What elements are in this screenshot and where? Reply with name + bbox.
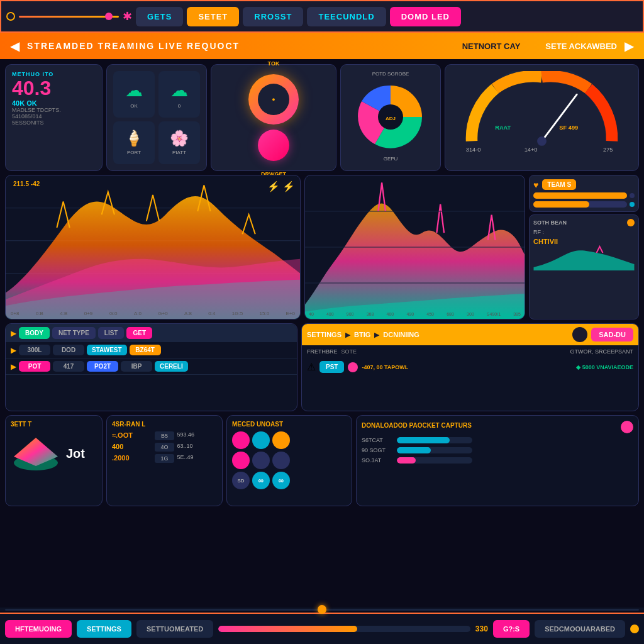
main-content: METHUO ITO 40.3 40K OK MADLSE TDCPTS. 54… xyxy=(0,59,644,511)
pst-button[interactable]: PST xyxy=(319,361,344,373)
footer-btn-g[interactable]: G?:S xyxy=(493,620,530,638)
table-btn-get[interactable]: GET xyxy=(126,327,152,339)
flower-icon: 🌸 xyxy=(170,130,189,147)
table-btn-list[interactable]: LIST xyxy=(98,327,125,339)
settings-row-1: FRETHBRE SOTE GTWOR, SRCEEPSANT xyxy=(302,345,638,358)
second-bar-mid: NETNORT CAY xyxy=(462,42,521,51)
footer-btn-sedcmou[interactable]: SEDCMOOUARABED xyxy=(535,620,625,638)
soth-bean-label: SOTH BEAN xyxy=(533,219,567,226)
prog-fill-1 xyxy=(397,437,450,443)
pie-jot-row: Jot xyxy=(11,431,97,475)
nav-slider-line[interactable] xyxy=(19,16,119,18)
numpad: SD ∞ ∞ xyxy=(232,431,290,489)
arrow-right-2: ▶ xyxy=(374,331,379,339)
right-side-panel: ♥ TEAM S xyxy=(529,175,639,319)
pie-label2: GEPU xyxy=(384,156,398,162)
table-btn-nettype[interactable]: NET TYPE xyxy=(52,327,96,339)
chart-right-container: 40 400 900 368 400 490 450 680 300 S490/… xyxy=(304,175,639,319)
table-body-row-1: ▶ 300L DOD STAWEST BZ64T xyxy=(6,342,297,358)
nav-btn-gets[interactable]: GETS xyxy=(136,7,183,26)
second-bar: ◀ STREAMDED TREAMING LIVE REQUOCT NETNOR… xyxy=(0,33,644,59)
data-val-3c: 5E..49 xyxy=(177,454,217,463)
progress-dot xyxy=(621,421,633,433)
table-btn-body[interactable]: BODY xyxy=(19,327,50,339)
stat-sub: 40K OK xyxy=(12,99,96,107)
prog-label-2: 90 SOGT xyxy=(362,447,393,453)
data-val-1a: ≈.OOT xyxy=(112,431,152,440)
bottom-panel-pie: 3ETT T Jot xyxy=(5,415,103,506)
second-bar-title: STREAMDED TREAMING LIVE REQUOCT xyxy=(27,41,437,51)
footer-progress-fill xyxy=(218,626,357,632)
numpad-btn-5[interactable] xyxy=(252,452,270,469)
numpad-btn-inf2[interactable]: ∞ xyxy=(272,472,290,489)
data-val-3a: .2000 xyxy=(112,454,152,463)
numpad-btn-1[interactable] xyxy=(232,431,250,449)
stat-card-metrics: METHUO ITO 40.3 40K OK MADLSE TDCPTS. 54… xyxy=(5,64,103,171)
numpad-btn-2[interactable] xyxy=(252,431,270,449)
lightning-icon-2: ⚡ xyxy=(282,180,295,192)
slider-dot-1 xyxy=(630,193,635,198)
main-knob[interactable]: ● xyxy=(248,74,299,125)
next-arrow-icon[interactable]: ▶ xyxy=(625,38,634,53)
gauge-svg: 314-0 14+0 275 RAAT SF 499 xyxy=(452,71,632,153)
icon-grid: ☁ OK ☁ 0 🍦 PORT 🌸 PIATT xyxy=(113,71,200,164)
data-val-3b: 1G xyxy=(155,454,175,463)
gtwor-label: GTWOR, SRCEEPSANT xyxy=(570,348,633,355)
nav-slider-area: ✱ xyxy=(6,9,132,23)
numpad-btn-4[interactable] xyxy=(232,452,250,469)
numpad-btn-3[interactable] xyxy=(272,431,290,449)
settings-dot[interactable] xyxy=(572,327,587,342)
pst-dot xyxy=(348,362,358,372)
data-row-2: 400 4O 63..10 xyxy=(112,443,217,452)
icon-label-ok: OK xyxy=(130,103,138,109)
data-row-3: .2000 1G 5E..49 xyxy=(112,454,217,463)
asterisk-icon: ✱ xyxy=(123,9,132,23)
prog-track-3 xyxy=(397,457,472,464)
top-nav: ✱ GETS SETET RROSST TEECUNDLD DOMD LED xyxy=(0,0,644,33)
sad-du-button[interactable]: SAD-DU xyxy=(591,328,633,341)
footer-value: 330 xyxy=(475,625,488,633)
icon-box-cloud1: ☁ OK xyxy=(113,71,155,118)
bottom-slider-track[interactable] xyxy=(5,609,639,611)
slider-fill-1[interactable] xyxy=(533,192,627,199)
nav-slider-thumb[interactable] xyxy=(105,13,113,20)
slider-panel: ♥ TEAM S xyxy=(529,175,639,212)
icon-label-piatt: PIATT xyxy=(172,150,186,155)
nav-btn-teecundld[interactable]: TEECUNDLD xyxy=(307,7,386,26)
slider-fill-2 xyxy=(533,201,589,208)
slider-track-2[interactable] xyxy=(533,201,627,208)
footer-btn-settuomeated[interactable]: SETTUOMEATED xyxy=(136,620,213,638)
icon-box-ice: 🍦 PORT xyxy=(113,121,155,165)
cell-ibp: IBP xyxy=(121,361,152,372)
numpad-btn-inf1[interactable]: ∞ xyxy=(252,472,270,489)
rf-label: RF : xyxy=(533,229,635,235)
bottom-panel-data: 4SR-RAN L ≈.OOT B5 593.46 400 4O 63..10 … xyxy=(106,415,223,506)
warning-icon: ⚠ xyxy=(307,361,316,373)
prev-arrow-icon[interactable]: ◀ xyxy=(10,38,19,53)
small-knob[interactable] xyxy=(258,130,289,161)
footer-btn-hftemuoing[interactable]: HFTEMUOING xyxy=(5,620,72,638)
footer-btn-settings[interactable]: SETTINGS xyxy=(77,620,131,638)
status-dot-orange xyxy=(627,219,635,226)
frethbre-label: FRETHBRE xyxy=(307,348,338,355)
knob-group: ● xyxy=(248,74,299,161)
numpad-btn-6[interactable] xyxy=(272,452,290,469)
nav-btn-domdled[interactable]: DOMD LED xyxy=(390,7,461,26)
table-body-row-2: ▶ POT 417 PO2T IBP CERELI xyxy=(6,358,297,375)
footer-bar: HFTEMUOING SETTINGS SETTUOMEATED 330 G?:… xyxy=(0,613,644,644)
bottom-slider-thumb[interactable] xyxy=(318,605,326,614)
prog-label-1: S6TCAT xyxy=(362,437,393,443)
info-header: SOTH BEAN xyxy=(533,219,635,226)
slider-row-2 xyxy=(533,201,635,208)
nav-btn-rrosst[interactable]: RROSST xyxy=(243,7,303,26)
slider-row-1 xyxy=(533,192,635,199)
lightning-icon-1: ⚡ xyxy=(267,180,280,192)
stat-card-knob: TOK ● DRWGET xyxy=(211,64,336,171)
numpad-btn-sd[interactable]: SD xyxy=(232,472,250,489)
cell-stawest: STAWEST xyxy=(87,345,127,355)
sote-label: SOTE xyxy=(341,348,567,355)
table-left: ▶ BODY NET TYPE LIST GET ▶ 300L DOD STAW… xyxy=(5,323,297,411)
bottom-title-2: 4SR-RAN L xyxy=(112,421,217,428)
footer-progress-bar[interactable] xyxy=(218,626,470,632)
nav-btn-setet[interactable]: SETET xyxy=(187,7,239,26)
